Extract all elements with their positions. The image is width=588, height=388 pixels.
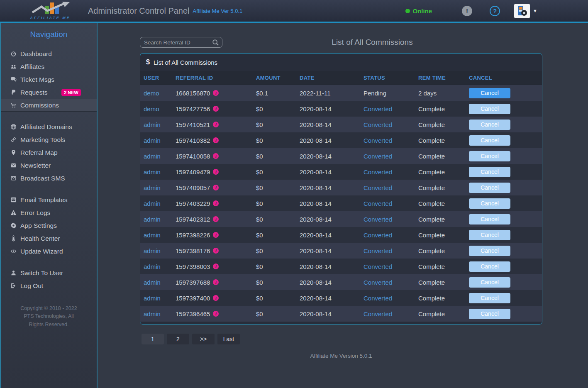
sidebar-item-commissions[interactable]: Commissions [1, 99, 97, 112]
sidebar-item-health-center[interactable]: Health Center [1, 232, 97, 245]
user-link[interactable]: admin [144, 279, 176, 286]
cart-icon [10, 102, 17, 108]
sidebar-item-affiliates[interactable]: Affiliates [1, 60, 97, 73]
info-icon[interactable]: i [213, 90, 219, 96]
user-link[interactable]: admin [144, 168, 176, 176]
rem-time-cell: Complete [418, 168, 469, 176]
amount-cell: $0 [256, 153, 300, 160]
cancel-button[interactable]: Cancel [469, 120, 510, 130]
sidebar-item-ticket-msgs[interactable]: Ticket Msgs [1, 73, 97, 86]
caret-down-icon[interactable]: ▼ [533, 8, 537, 13]
cancel-button[interactable]: Cancel [469, 261, 510, 272]
user-link[interactable]: admin [144, 137, 176, 144]
cancel-button[interactable]: Cancel [469, 293, 510, 303]
cancel-button[interactable]: Cancel [469, 230, 510, 240]
user-link[interactable]: admin [144, 153, 176, 160]
search-input[interactable] [144, 39, 212, 46]
referral-id-value: 1597409479 [176, 168, 210, 176]
user-link[interactable]: admin [144, 200, 176, 207]
sidebar-item-log-out[interactable]: Log Out [1, 279, 97, 292]
info-icon[interactable]: i [213, 216, 219, 222]
cancel-button[interactable]: Cancel [469, 309, 510, 319]
referral-id-value: 1597398003 [176, 263, 210, 270]
info-icon[interactable]: i [213, 106, 219, 112]
user-link[interactable]: admin [144, 232, 176, 239]
status-cell: Converted [364, 263, 418, 270]
sidebar-item-app-settings[interactable]: App Settings [1, 219, 97, 232]
info-icon[interactable]: i [213, 137, 219, 143]
cancel-button[interactable]: Cancel [469, 214, 510, 225]
sidebar-item-error-logs[interactable]: Error Logs [1, 206, 97, 219]
info-icon[interactable]: i [213, 248, 219, 254]
referral-id-cell: 1597409479i [176, 168, 256, 176]
cancel-button[interactable]: Cancel [469, 88, 510, 98]
info-icon[interactable]: i [213, 232, 219, 238]
sidebar-item-switch-to-user[interactable]: Switch To User [1, 266, 97, 279]
info-icon[interactable]: i [213, 264, 219, 269]
cancel-button[interactable]: Cancel [469, 246, 510, 256]
info-icon[interactable]: i [213, 153, 219, 159]
sidebar-item-marketing-tools[interactable]: Marketing Tools [1, 133, 97, 146]
info-icon[interactable]: i [213, 185, 219, 190]
sidebar-item-label: Affiliates [20, 63, 44, 71]
table-row: admin1597409479i$02020-08-14ConvertedCom… [140, 164, 542, 180]
info-icon[interactable]: i [213, 279, 219, 285]
online-status[interactable]: Online [405, 7, 432, 15]
cancel-button[interactable]: Cancel [469, 183, 510, 193]
info-icon[interactable]: i [213, 169, 219, 175]
user-link[interactable]: admin [144, 121, 176, 128]
cancel-button[interactable]: Cancel [469, 277, 510, 288]
column-header-amount: AMOUNT [256, 75, 300, 81]
user-link[interactable]: admin [144, 263, 176, 270]
sidebar-item-newsletter[interactable]: Newsletter [1, 159, 97, 172]
sidebar-item-update-wizard[interactable]: Update Wizard [1, 245, 97, 258]
info-icon[interactable]: i [213, 311, 219, 317]
exclamation-icon[interactable]: ! [462, 6, 472, 16]
referral-id-cell: 1597397688i [176, 279, 256, 286]
sidebar-item-affiliated-domains[interactable]: Affiliated Domains [1, 120, 97, 133]
user-link[interactable]: admin [144, 216, 176, 223]
user-link[interactable]: demo [144, 105, 176, 112]
cancel-button[interactable]: Cancel [469, 198, 510, 209]
online-status-label: Online [412, 7, 432, 15]
table-row: demo1597427756i$02020-08-14ConvertedComp… [140, 101, 542, 117]
pagination-button-1[interactable]: 1 [142, 334, 164, 344]
user-link[interactable]: demo [144, 90, 176, 97]
cancel-button[interactable]: Cancel [469, 167, 510, 177]
navigation-sidebar: Navigation DashboardAffiliatesTicket Msg… [0, 23, 98, 388]
question-help-icon[interactable]: ? [490, 6, 500, 16]
user-avatar[interactable] [514, 4, 530, 18]
referral-id-cell: 1597410382i [176, 137, 256, 144]
sidebar-item-requests[interactable]: Requests2 NEW [1, 86, 97, 99]
search-icon[interactable] [212, 39, 219, 46]
pagination-button--[interactable]: >> [192, 334, 215, 344]
sidebar-divider [6, 262, 92, 262]
sidebar-item-email-templates[interactable]: Email Templates [1, 193, 97, 206]
user-link[interactable]: admin [144, 247, 176, 254]
cancel-button[interactable]: Cancel [469, 104, 510, 114]
footer-version-label: Affiliate Me Version 5.0.1 [140, 353, 542, 359]
info-icon[interactable]: i [213, 295, 219, 301]
referral-id-cell: 1597398226i [176, 232, 256, 239]
cancel-button[interactable]: Cancel [469, 135, 510, 146]
pagination-button-last[interactable]: Last [217, 334, 240, 344]
user-link[interactable]: admin [144, 184, 176, 191]
status-cell: Converted [364, 310, 418, 317]
user-link[interactable]: admin [144, 295, 176, 302]
info-icon[interactable]: i [213, 122, 219, 127]
sidebar-item-referral-map[interactable]: Referral Map [1, 146, 97, 159]
sidebar-item-label: Update Wizard [20, 248, 63, 255]
table-row: admin1597410058i$02020-08-14ConvertedCom… [140, 148, 542, 164]
referral-id-value: 1597410382 [176, 137, 210, 144]
page-title: List of All Commissions [264, 38, 480, 47]
pagination-button-2[interactable]: 2 [167, 334, 189, 344]
sidebar-item-broadcast-sms[interactable]: Broadcast SMS [1, 172, 97, 185]
sidebar-item-dashboard[interactable]: Dashboard [1, 47, 97, 60]
cancel-cell: Cancel [469, 277, 542, 288]
sidebar-item-label: Affiliated Domains [20, 123, 72, 131]
affiliate-me-logo[interactable]: Affiliate Me [26, 2, 75, 20]
info-icon[interactable]: i [213, 200, 219, 206]
user-link[interactable]: admin [144, 310, 176, 317]
cancel-button[interactable]: Cancel [469, 151, 510, 161]
sidebar-item-label: Log Out [20, 282, 43, 290]
